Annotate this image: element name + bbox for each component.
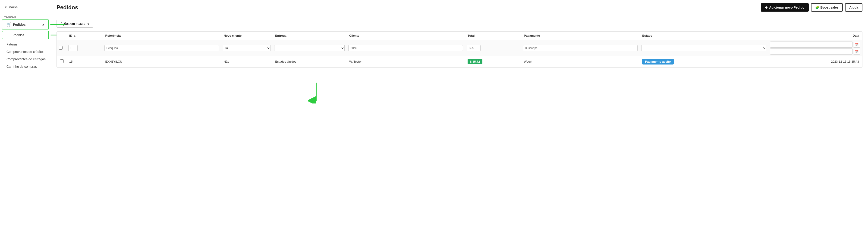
sidebar-category-pedidos[interactable]: 🛒 Pedidos ∧ <box>2 20 49 29</box>
help-label: Ajuda <box>849 5 858 9</box>
col-estado: Estado <box>640 31 768 40</box>
select-all-checkbox[interactable] <box>59 46 63 50</box>
sidebar-section-vender: VENDER <box>0 12 51 20</box>
basket-icon: 🛒 <box>6 22 11 27</box>
boost-sales-label: Boost sales <box>820 5 839 9</box>
filter-date-to-input[interactable] <box>770 49 853 55</box>
filter-entrega-select[interactable] <box>274 45 345 51</box>
filter-cliente-input[interactable] <box>348 45 463 51</box>
sidebar: ↗ Painel VENDER 🛒 Pedidos ∧ Pedidos <box>0 0 51 242</box>
boost-sales-button[interactable]: 🧩 Boost sales <box>811 3 843 11</box>
filter-estado-select[interactable]: Pagamento aceito <box>641 45 766 51</box>
filter-id-input[interactable] <box>68 45 78 51</box>
col-referencia: Referência <box>102 31 221 40</box>
row-data-value: 2023-12-15 15:35:43 <box>831 60 859 63</box>
add-order-label: Adicionar novo Pedido <box>769 5 804 9</box>
row-cliente-cell: W. Tester <box>346 56 465 67</box>
filter-row: To Sim Não <box>57 40 862 56</box>
header-actions: ⊕ Adicionar novo Pedido 🧩 Boost sales Aj… <box>761 3 863 11</box>
add-order-button[interactable]: ⊕ Adicionar novo Pedido <box>761 3 808 11</box>
sidebar-item-faturas[interactable]: Faturas <box>0 41 51 48</box>
col-data: Data <box>768 31 862 40</box>
col-entrega: Entrega <box>272 31 346 40</box>
col-total: Total <box>465 31 521 40</box>
col-id[interactable]: ID ∧ <box>66 31 102 40</box>
mass-actions-row: Ações em massa ∨ <box>57 20 863 28</box>
sidebar-item-comprovantes-entregas[interactable]: Comprovantes de entregas <box>0 55 51 63</box>
filter-date-from-input[interactable] <box>770 42 853 48</box>
col-checkbox <box>57 31 66 40</box>
row-id-cell: 15 <box>66 56 102 67</box>
help-button[interactable]: Ajuda <box>845 3 863 11</box>
row-entrega-value: Estados Unidos <box>275 60 296 63</box>
filter-entrega-cell <box>272 40 346 56</box>
filter-total-cell <box>465 40 521 56</box>
row-estado-cell: Pagamento aceito <box>640 56 768 67</box>
main-content: Pedidos ⊕ Adicionar novo Pedido 🧩 Boost … <box>51 0 868 242</box>
row-estado-badge: Pagamento aceito <box>642 59 674 64</box>
row-entrega-cell: Estados Unidos <box>272 56 346 67</box>
page-header: Pedidos ⊕ Adicionar novo Pedido 🧩 Boost … <box>51 0 868 15</box>
row-data-cell: 2023-12-15 15:35:43 <box>768 56 862 67</box>
filter-pagamento-input[interactable] <box>523 45 638 51</box>
filter-date-to-calendar[interactable]: 📅 <box>853 49 860 55</box>
filter-data-cell: 📅 📅 <box>768 40 862 56</box>
sidebar-category-label: Pedidos <box>13 23 26 26</box>
plus-icon: ⊕ <box>765 5 768 9</box>
trend-up-icon: ↗ <box>4 5 7 9</box>
filter-referencia-input[interactable] <box>104 45 219 51</box>
sidebar-item-carrinho[interactable]: Carrinho de compras <box>0 63 51 70</box>
row-novo-cliente-cell: Não <box>221 56 272 67</box>
row-referencia-cell: EXXBYILCU <box>102 56 221 67</box>
row-id-value: 15 <box>69 60 72 63</box>
col-cliente: Cliente <box>346 31 465 40</box>
sidebar-item-pedidos[interactable]: Pedidos <box>2 31 49 39</box>
arrow-annotation-down <box>308 83 324 104</box>
row-referencia-value: EXXBYILCU <box>105 60 122 63</box>
mass-actions-label: Ações em massa <box>60 22 85 26</box>
row-checkbox[interactable] <box>60 59 64 63</box>
calendar-icon: 📅 <box>855 43 859 46</box>
table-header-row: ID ∧ Referência Novo cliente Entrega Cli… <box>57 31 862 40</box>
row-total-badge: $ 35,72 <box>468 59 482 64</box>
sort-asc-icon: ∧ <box>74 34 75 37</box>
filter-referencia-cell <box>102 40 221 56</box>
col-pagamento: Pagamento <box>521 31 640 40</box>
filter-date-from-wrapper: 📅 <box>770 42 860 48</box>
filter-pagamento-cell <box>521 40 640 56</box>
row-total-cell: $ 35,72 <box>465 56 521 67</box>
filter-cliente-cell <box>346 40 465 56</box>
chevron-up-icon: ∧ <box>42 23 44 26</box>
sidebar-painel-label: Painel <box>9 5 19 9</box>
mass-actions-button[interactable]: Ações em massa ∨ <box>57 20 93 28</box>
filter-date-to-wrapper: 📅 <box>770 49 860 55</box>
filter-novo-cliente-select[interactable]: To Sim Não <box>223 45 271 51</box>
filter-total-input[interactable] <box>467 45 480 51</box>
filter-id-cell <box>66 40 102 56</box>
chevron-down-icon: ∨ <box>87 22 89 26</box>
calendar-icon-2: 📅 <box>855 50 859 53</box>
sidebar-item-comprovantes-creditos[interactable]: Comprovantes de créditos <box>0 48 51 55</box>
sidebar-item-label: Pedidos <box>12 33 24 37</box>
filter-cb-cell <box>57 40 66 56</box>
sidebar-painel[interactable]: ↗ Painel <box>0 2 51 12</box>
puzzle-icon: 🧩 <box>815 5 819 9</box>
orders-table-wrapper: ID ∧ Referência Novo cliente Entrega Cli… <box>57 31 863 68</box>
row-pagamento-value: Woovi <box>524 60 532 63</box>
row-cliente-value: W. Tester <box>349 60 362 63</box>
row-novo-cliente-value: Não <box>224 60 229 63</box>
filter-date-from-calendar[interactable]: 📅 <box>853 42 860 48</box>
filter-novo-cliente-cell: To Sim Não <box>221 40 272 56</box>
filter-estado-cell: Pagamento aceito <box>640 40 768 56</box>
row-pagamento-cell: Woovi <box>521 56 640 67</box>
page-title: Pedidos <box>57 4 78 11</box>
orders-table: ID ∧ Referência Novo cliente Entrega Cli… <box>57 31 862 67</box>
col-novo-cliente: Novo cliente <box>221 31 272 40</box>
row-cb-cell <box>57 56 66 67</box>
page-content: Ações em massa ∨ <box>51 15 868 242</box>
table-row[interactable]: 15 EXXBYILCU Não Estados Unidos W. Teste <box>57 56 862 67</box>
